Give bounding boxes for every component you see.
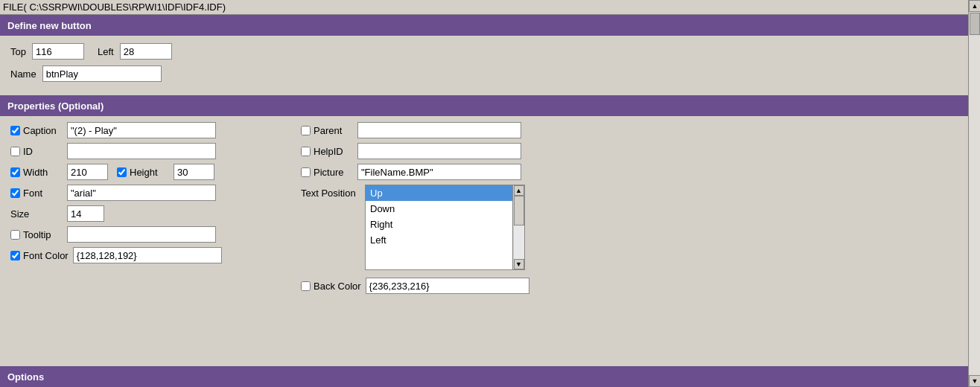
font-field-row: Font — [10, 185, 286, 201]
back-color-checkbox-label[interactable]: Back Color — [301, 281, 361, 292]
size-input[interactable] — [67, 205, 104, 222]
top-input[interactable] — [32, 43, 84, 60]
caption-input[interactable] — [67, 122, 216, 138]
options-header: Options — [0, 366, 980, 387]
properties-header: Properties (Optional) — [0, 95, 980, 116]
listbox-scrollbar: ▲ ▼ — [512, 185, 524, 269]
define-button-content: Top Left Name — [0, 36, 980, 95]
listbox-scroll-down-btn[interactable]: ▼ — [514, 259, 524, 269]
helpid-field-row: HelpID — [301, 143, 970, 159]
width-input[interactable] — [67, 164, 108, 180]
text-position-label: Text Position — [301, 185, 360, 199]
parent-input[interactable] — [357, 122, 521, 138]
font-color-checkbox[interactable] — [10, 251, 20, 260]
listbox-scroll-track — [514, 196, 524, 259]
font-color-field-row: Font Color — [10, 247, 286, 263]
width-height-row: Width Height — [10, 164, 286, 180]
id-checkbox[interactable] — [10, 147, 20, 156]
back-color-field-row: Back Color — [301, 278, 970, 294]
picture-checkbox[interactable] — [301, 167, 311, 177]
height-checkbox[interactable] — [117, 167, 127, 177]
listbox-item-left[interactable]: Left — [366, 232, 524, 248]
helpid-input[interactable] — [357, 143, 521, 159]
window-wrapper: FILE( C:\SSRPWI\DOUBLES\RPWI1\IDF\IDF4.I… — [0, 0, 980, 387]
top-label: Top — [10, 46, 26, 57]
font-color-checkbox-label[interactable]: Font Color — [10, 250, 69, 261]
caption-parent-row: Caption ID — [10, 122, 970, 294]
caption-checkbox-label[interactable]: Caption — [10, 125, 63, 136]
size-label: Size — [10, 208, 63, 220]
properties-grid: Caption ID — [0, 116, 980, 300]
listbox-scroll-thumb[interactable] — [514, 196, 524, 226]
tooltip-field-row: Tooltip — [10, 226, 286, 243]
left-col: Caption ID — [10, 122, 286, 263]
main-content: FILE( C:\SSRPWI\DOUBLES\RPWI1\IDF\IDF4.I… — [0, 0, 980, 387]
name-input[interactable] — [42, 65, 162, 82]
picture-field-row: Picture — [301, 164, 970, 180]
scroll-down-button[interactable]: ▼ — [969, 375, 980, 387]
parent-field-row: Parent — [301, 122, 970, 138]
id-checkbox-label[interactable]: ID — [10, 146, 63, 157]
scroll-up-button[interactable]: ▲ — [969, 0, 980, 12]
caption-checkbox[interactable] — [10, 126, 20, 135]
left-label: Left — [98, 46, 114, 57]
name-label: Name — [10, 68, 36, 80]
caption-field-row: Caption — [10, 122, 286, 138]
font-input[interactable] — [67, 185, 216, 201]
tooltip-checkbox[interactable] — [10, 230, 20, 240]
right-col: Parent HelpID — [301, 122, 970, 294]
text-position-row: Text Position Up Down Right Left ▲ — [301, 185, 970, 270]
parent-checkbox-label[interactable]: Parent — [301, 125, 353, 136]
font-checkbox[interactable] — [10, 188, 20, 198]
font-color-input[interactable] — [73, 247, 222, 263]
name-row: Name — [10, 65, 970, 82]
id-field-row: ID — [10, 143, 286, 159]
define-button-header: Define new button — [0, 15, 980, 36]
tooltip-input[interactable] — [67, 226, 216, 243]
back-color-input[interactable] — [366, 278, 529, 294]
listbox-scroll-up-btn[interactable]: ▲ — [514, 185, 524, 196]
back-color-checkbox[interactable] — [301, 281, 311, 291]
title-text: FILE( C:\SSRPWI\DOUBLES\RPWI1\IDF\IDF4.I… — [3, 1, 226, 13]
height-checkbox-label[interactable]: Height — [117, 167, 169, 178]
listbox-item-right[interactable]: Right — [366, 217, 524, 232]
text-position-listbox[interactable]: Up Down Right Left ▲ ▼ — [365, 185, 525, 270]
helpid-checkbox-label[interactable]: HelpID — [301, 146, 353, 157]
title-bar: FILE( C:\SSRPWI\DOUBLES\RPWI1\IDF\IDF4.I… — [0, 0, 980, 15]
parent-checkbox[interactable] — [301, 126, 311, 135]
listbox-item-up[interactable]: Up — [366, 185, 524, 201]
scroll-track — [969, 12, 980, 375]
tooltip-checkbox-label[interactable]: Tooltip — [10, 229, 63, 240]
main-scrollbar: ▲ ▼ — [968, 0, 980, 387]
width-checkbox[interactable] — [10, 167, 20, 177]
width-checkbox-label[interactable]: Width — [10, 167, 63, 178]
picture-checkbox-label[interactable]: Picture — [301, 167, 353, 178]
helpid-checkbox[interactable] — [301, 147, 311, 156]
left-input[interactable] — [120, 43, 172, 60]
top-left-row: Top Left — [10, 43, 970, 60]
font-checkbox-label[interactable]: Font — [10, 188, 63, 199]
scroll-thumb[interactable] — [970, 13, 980, 35]
height-input[interactable] — [174, 164, 214, 180]
picture-input[interactable] — [357, 164, 521, 180]
listbox-item-down[interactable]: Down — [366, 201, 524, 217]
size-field-row: Size — [10, 205, 286, 222]
id-input[interactable] — [67, 143, 216, 159]
